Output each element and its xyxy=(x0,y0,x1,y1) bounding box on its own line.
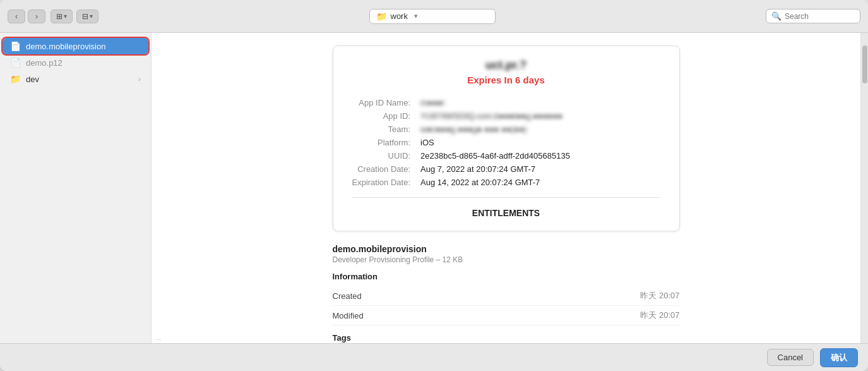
forward-button[interactable]: › xyxy=(28,9,45,23)
field-value-expiration: Aug 14, 2022 at 20:07:24 GMT-7 xyxy=(420,178,660,187)
sidebar-item-label: demo.p12 xyxy=(26,58,141,68)
back-button[interactable]: ‹ xyxy=(8,9,25,23)
field-value-appid: YU974WS03Q.com.b●●●t●●g.●●●●●● xyxy=(420,111,660,121)
info-row-modified-label: Modified xyxy=(333,311,364,320)
field-value-platform: iOS xyxy=(420,138,660,147)
file-name: demo.mobileprovision xyxy=(333,244,680,254)
toolbar: ‹ › ⊞ ▾ ⊟ ▾ 📁 work ▾ 🔍 xyxy=(0,0,868,33)
info-row-created-value: 昨天 20:07 xyxy=(640,290,679,301)
preview-card: uct.pr.? Expires In 6 days App ID Name: … xyxy=(333,46,680,231)
info-row-created: Created 昨天 20:07 xyxy=(333,286,680,306)
location-chevron-icon: ▾ xyxy=(414,12,418,20)
confirm-button[interactable]: 确认 xyxy=(820,348,858,367)
grid-view-button[interactable]: ⊟ ▾ xyxy=(76,9,98,23)
preview-pane: uct.pr.? Expires In 6 days App ID Name: … xyxy=(152,33,860,343)
preview-title: uct.pr.? xyxy=(352,59,660,72)
file-info: demo.mobileprovision Developer Provision… xyxy=(333,244,680,343)
file-icon: 📄 xyxy=(10,41,21,51)
toolbar-center: 📁 work ▾ xyxy=(104,9,761,24)
search-box[interactable]: 🔍 xyxy=(766,9,860,23)
info-row-modified-value: 昨天 20:07 xyxy=(640,310,679,321)
columns-icon: ⊞ xyxy=(56,12,62,21)
cancel-button[interactable]: Cancel xyxy=(767,349,814,366)
info-row-created-label: Created xyxy=(333,291,362,301)
field-value-appidname: m●●●r xyxy=(420,98,660,107)
nav-buttons: ‹ › xyxy=(8,9,45,23)
sidebar-item-label: dev xyxy=(26,75,133,84)
field-value-creation: Aug 7, 2022 at 20:07:24 GMT-7 xyxy=(420,164,660,174)
sidebar-item-dev[interactable]: 📁 dev › xyxy=(3,71,148,87)
sidebar-item-demo-p12[interactable]: 📄 demo.p12 xyxy=(3,54,148,71)
field-label-appid: App ID: xyxy=(352,111,413,121)
file-subtitle: Developer Provisioning Profile – 12 KB xyxy=(333,255,680,264)
grid-icon: ⊟ xyxy=(82,12,88,21)
tags-section-title: Tags xyxy=(333,333,680,343)
field-label-creation: Creation Date: xyxy=(352,164,413,174)
info-section-title: Information xyxy=(333,272,680,281)
field-value-uuid: 2e238bc5-d865-4a6f-adff-2dd405685135 xyxy=(420,151,660,161)
field-label-expiration: Expiration Date: xyxy=(352,178,413,187)
location-name: work xyxy=(391,11,408,21)
preview-divider xyxy=(352,197,660,198)
info-row-modified: Modified 昨天 20:07 xyxy=(333,306,680,325)
field-label-uuid: UUID: xyxy=(352,151,413,161)
preview-fields: App ID Name: m●●●r App ID: YU974WS03Q.co… xyxy=(352,98,660,187)
toolbar-right: 🔍 xyxy=(766,9,860,23)
sidebar-item-demo-mobileprovision[interactable]: 📄 demo.mobileprovision xyxy=(3,38,148,54)
right-scrollbar[interactable] xyxy=(860,33,868,343)
finder-window: ‹ › ⊞ ▾ ⊟ ▾ 📁 work ▾ 🔍 xyxy=(0,0,868,371)
entitlements-title: ENTITLEMENTS xyxy=(352,208,660,218)
file-icon: 📄 xyxy=(10,58,21,68)
columns-chevron: ▾ xyxy=(64,13,67,20)
chevron-right-icon: › xyxy=(138,75,141,83)
field-label-appidname: App ID Name: xyxy=(352,98,413,107)
folder-icon: 📁 xyxy=(376,11,387,21)
main-content: 📄 demo.mobileprovision 📄 demo.p12 📁 dev … xyxy=(0,33,868,343)
field-value-team: w●n●●●g ●●●g● ●●● ●●(●●) xyxy=(420,125,660,134)
folder-icon: 📁 xyxy=(10,74,21,84)
view-options: ⊞ ▾ ⊟ ▾ xyxy=(51,9,98,23)
sidebar: 📄 demo.mobileprovision 📄 demo.p12 📁 dev … xyxy=(0,33,152,343)
column-view-button[interactable]: ⊞ ▾ xyxy=(51,9,73,23)
search-icon: 🔍 xyxy=(771,11,782,21)
scrollbar-thumb xyxy=(862,46,867,83)
expires-label: Expires In 6 days xyxy=(352,75,660,85)
location-bar[interactable]: 📁 work ▾ xyxy=(369,9,496,24)
field-label-team: Team: xyxy=(352,125,413,134)
search-input[interactable] xyxy=(785,12,855,21)
grid-chevron: ▾ xyxy=(90,13,93,20)
field-label-platform: Platform: xyxy=(352,138,413,147)
bottom-bar: Cancel 确认 xyxy=(0,343,868,371)
sidebar-item-label: demo.mobileprovision xyxy=(26,42,141,51)
